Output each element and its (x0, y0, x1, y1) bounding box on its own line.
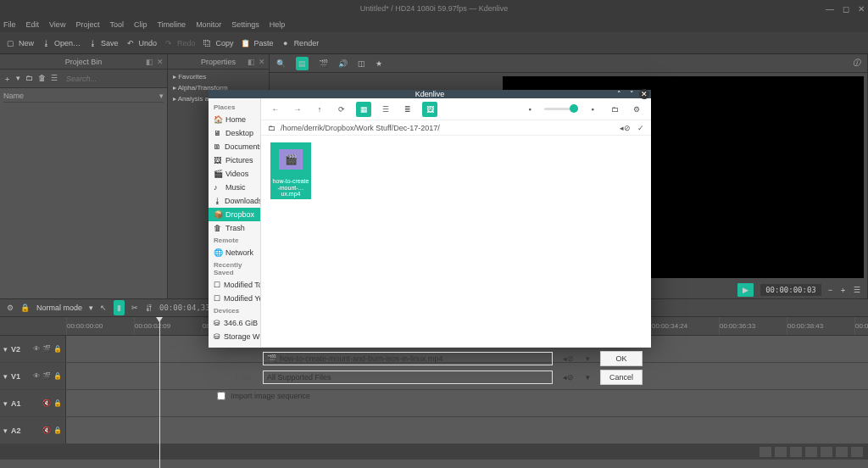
status-box[interactable] (805, 447, 817, 457)
clear-path-icon[interactable]: ◂⊘ (620, 124, 631, 132)
reload-icon[interactable]: ⟳ (334, 102, 349, 117)
menu-edit[interactable]: Edit (26, 20, 40, 29)
folder-icon[interactable]: 🗀 (25, 74, 33, 84)
place-dropbox[interactable]: 📦Dropbox (209, 208, 260, 221)
chevron-down-icon[interactable]: ▾ (583, 373, 592, 382)
expand-icon[interactable]: ▾ (3, 426, 8, 435)
select-tool-icon[interactable]: ▮ (114, 300, 125, 315)
gear-icon[interactable]: ⚙ (7, 304, 14, 312)
close-icon[interactable]: ✕ (639, 89, 649, 99)
audio-icon[interactable]: 🔊 (338, 59, 348, 68)
forward-icon[interactable]: → (290, 102, 305, 117)
lock-icon[interactable]: 🔒 (53, 426, 62, 434)
minus-icon[interactable]: − (828, 286, 832, 294)
settings-icon[interactable]: ⚙ (629, 102, 644, 117)
ok-button[interactable]: OK (600, 351, 643, 366)
import-sequence-checkbox[interactable] (217, 392, 225, 400)
save-button[interactable]: ⭳Save (87, 38, 119, 48)
lock-icon[interactable]: 🔒 (20, 304, 30, 312)
place-pictures[interactable]: 🖼Pictures (209, 153, 260, 167)
compact-view-icon[interactable]: ☰ (378, 102, 393, 117)
expand-icon[interactable]: ▾ (3, 345, 8, 354)
bin-content[interactable]: Name▾ (0, 88, 167, 298)
place-device[interactable]: ⛁346.6 GiB H… (209, 316, 260, 330)
filter-select[interactable]: All Supported Files (263, 370, 553, 384)
place-recent-today[interactable]: ☐Modified To… (209, 278, 260, 292)
detach-icon[interactable]: ◧ (248, 58, 255, 66)
status-box[interactable] (775, 447, 787, 457)
zoom-out-icon[interactable]: ▪ (522, 102, 537, 117)
accept-path-icon[interactable]: ✓ (637, 124, 644, 132)
track-body[interactable] (66, 417, 868, 443)
new-button[interactable]: ▢New (5, 38, 34, 48)
minimize-icon[interactable]: — (826, 4, 834, 14)
place-music[interactable]: ♪Music (209, 181, 260, 194)
mute-icon[interactable]: 🔇 (42, 426, 51, 434)
lock-icon[interactable]: 🔒 (53, 345, 62, 353)
place-documents[interactable]: 🗎Documents (209, 140, 260, 153)
up-icon[interactable]: ↑ (312, 102, 327, 117)
icons-view-icon[interactable]: ▦ (356, 102, 371, 117)
lock-icon[interactable]: 🔒 (53, 372, 62, 380)
status-box[interactable] (821, 447, 832, 457)
menu-settings[interactable]: Settings (231, 20, 259, 29)
clip-monitor-icon[interactable]: ▤ (296, 57, 309, 70)
pointer-tool-icon[interactable]: ↖ (100, 304, 107, 312)
details-view-icon[interactable]: ≣ (400, 102, 415, 117)
place-device[interactable]: ⛁Storage Win (209, 330, 260, 343)
place-downloads[interactable]: ⭳Downloads (209, 194, 260, 208)
chevron-down-icon[interactable]: ▾ (583, 354, 592, 363)
path-bar[interactable]: 🗀 /home/derrik/Dropbox/Work Stuff/Dec-17… (261, 120, 651, 136)
place-trash[interactable]: 🗑Trash (209, 221, 260, 235)
redo-button[interactable]: ↷Redo (164, 38, 196, 48)
mute-icon[interactable]: 🔇 (42, 399, 51, 407)
back-icon[interactable]: ← (268, 102, 283, 117)
close-panel-icon[interactable]: ✕ (157, 58, 164, 66)
open-button[interactable]: ⭳Open… (41, 38, 81, 48)
status-box[interactable] (790, 447, 802, 457)
status-box[interactable] (760, 447, 771, 457)
star-icon[interactable]: ★ (376, 59, 382, 68)
track-header[interactable]: ▾ A1 🔇🔒 (0, 390, 66, 416)
video-icon[interactable]: 🎬 (42, 372, 51, 380)
chevron-down-icon[interactable]: ▾ (159, 92, 164, 100)
track-header[interactable]: ▾ V2 👁🎬🔒 (0, 336, 66, 362)
status-box[interactable] (851, 447, 863, 457)
new-folder-icon[interactable]: 🗀 (607, 102, 622, 117)
mode-selector[interactable]: Normal mode (36, 304, 82, 312)
menu-monitor[interactable]: Monitor (196, 20, 221, 29)
zoom-in-icon[interactable]: ▪ (585, 102, 600, 117)
cancel-button[interactable]: Cancel (600, 370, 643, 385)
monitor-timecode[interactable]: 00:00:00:03 (760, 284, 821, 296)
track-header[interactable]: ▾ V1 👁🎬🔒 (0, 363, 66, 389)
lock-icon[interactable]: 🔒 (53, 399, 62, 407)
delete-icon[interactable]: 🗑 (38, 74, 46, 84)
menu-project[interactable]: Project (75, 20, 99, 29)
expand-icon[interactable]: ▾ (3, 399, 8, 408)
chevron-down-icon[interactable]: ▾ (16, 74, 20, 84)
transition-icon[interactable]: ◫ (358, 59, 365, 68)
list-icon[interactable]: ☰ (51, 74, 58, 84)
shade-icon[interactable]: ˄ (614, 89, 624, 99)
menu-file[interactable]: File (3, 20, 16, 29)
mute-icon[interactable]: 👁 (33, 372, 40, 380)
snap-icon[interactable]: ⭿ (145, 304, 153, 312)
name-input[interactable]: 🎬how-to-create-mount-and-burn-isos-in-li… (263, 352, 553, 365)
search-icon[interactable]: 🔍 (276, 59, 286, 68)
place-desktop[interactable]: 🖥Desktop (209, 126, 260, 140)
place-recent-yesterday[interactable]: ☐Modified Ye… (209, 292, 260, 305)
paste-button[interactable]: 📋Paste (241, 38, 274, 48)
maximize-icon[interactable]: ˅ (626, 89, 637, 99)
play-button[interactable]: ▶ (737, 283, 754, 297)
clear-filter-icon[interactable]: ◂⊘ (561, 373, 575, 382)
track-header[interactable]: ▾ A2 🔇🔒 (0, 417, 66, 443)
file-list[interactable]: 🎬 how-to-create-mount-…ux.mp4 (261, 136, 651, 347)
prop-group[interactable]: ▸ Favorites (173, 71, 264, 82)
search-input[interactable] (63, 75, 166, 83)
menu-view[interactable]: View (49, 20, 65, 29)
menu-clip[interactable]: Clip (134, 20, 147, 29)
status-box[interactable] (836, 447, 848, 457)
place-videos[interactable]: 🎬Videos (209, 167, 260, 181)
plus-icon[interactable]: ＋ (839, 285, 847, 296)
menu-timeline[interactable]: Timeline (157, 20, 186, 29)
